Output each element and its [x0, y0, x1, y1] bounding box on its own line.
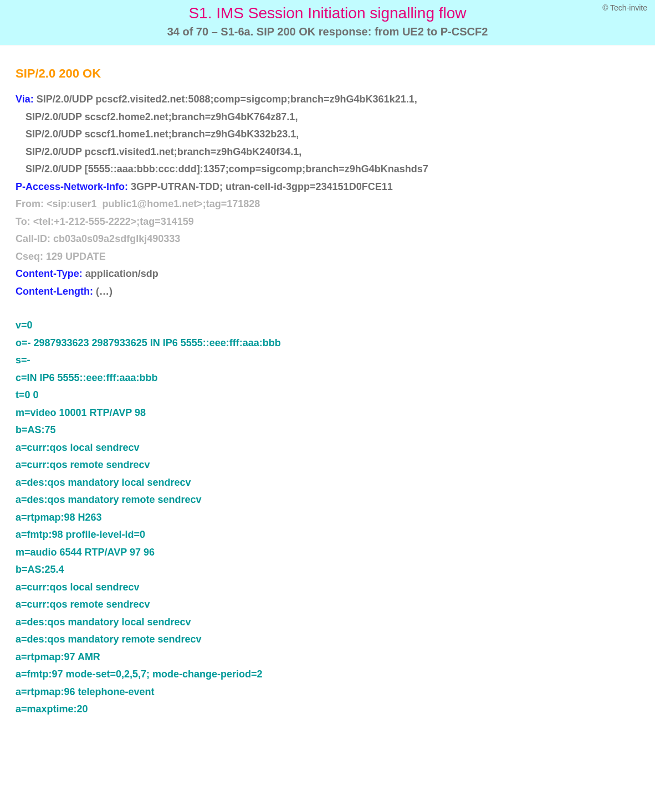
- sip-header-value: SIP/2.0/UDP pcscf1.visited1.net;branch=z…: [25, 146, 301, 157]
- page-title: S1. IMS Session Initiation signalling fl…: [6, 3, 649, 22]
- sdp-line: m=video 10001 RTP/AVP 98: [16, 404, 655, 422]
- sip-header-value: SIP/2.0/UDP pcscf2.visited2.net:5088;com…: [37, 94, 417, 105]
- sip-header-value: application/sdp: [85, 268, 158, 279]
- sip-header-name: To: [16, 216, 27, 227]
- sdp-line: b=AS:25.4: [16, 561, 655, 579]
- sip-message-content: SIP/2.0 200 OK Via: SIP/2.0/UDP pcscf2.v…: [0, 45, 655, 735]
- sip-header-name: Content-Type: [16, 268, 79, 279]
- sip-header-via-cont: SIP/2.0/UDP scscf2.home2.net;branch=z9hG…: [16, 109, 655, 126]
- sip-header-name: Cseq: [16, 251, 40, 262]
- sip-header-name: Content-Length: [16, 286, 90, 297]
- sip-header-callid: Call-ID: cb03a0s09a2sdfglkj490333: [16, 230, 655, 248]
- sdp-line: a=rtpmap:97 AMR: [16, 649, 655, 666]
- sdp-line: m=audio 6544 RTP/AVP 97 96: [16, 544, 655, 562]
- sip-header-from: From: <sip:user1_public1@home1.net>;tag=…: [16, 196, 655, 213]
- sdp-line: a=curr:qos local sendrecv: [16, 439, 655, 457]
- sdp-line: b=AS:75: [16, 422, 655, 439]
- copyright-label: © Tech-invite: [602, 3, 647, 12]
- sdp-line: a=curr:qos remote sendrecv: [16, 456, 655, 474]
- page-subtitle: 34 of 70 – S1-6a. SIP 200 OK response: f…: [6, 25, 649, 38]
- sdp-body: v=0 o=- 2987933623 2987933625 IN IP6 555…: [16, 317, 655, 718]
- header: © Tech-invite S1. IMS Session Initiation…: [0, 0, 655, 45]
- sdp-line: v=0: [16, 317, 655, 335]
- sip-header-name: From: [16, 198, 40, 209]
- sip-header-value: (…): [96, 286, 112, 297]
- sip-header-via-cont: SIP/2.0/UDP scscf1.home1.net;branch=z9hG…: [16, 126, 655, 143]
- sip-header-via: Via: SIP/2.0/UDP pcscf2.visited2.net:508…: [16, 91, 655, 109]
- sip-header-name: P-Access-Network-Info: [16, 181, 125, 192]
- colon: :: [27, 216, 30, 227]
- sip-header-to: To: <tel:+1-212-555-2222>;tag=314159: [16, 213, 655, 231]
- colon: :: [30, 94, 34, 105]
- sdp-line: c=IN IP6 5555::eee:fff:aaa:bbb: [16, 369, 655, 387]
- sip-header-cseq: Cseq: 129 UPDATE: [16, 248, 655, 266]
- sip-header-value: 3GPP-UTRAN-TDD; utran-cell-id-3gpp=23415…: [131, 181, 393, 192]
- sip-header-value: 129 UPDATE: [46, 251, 106, 262]
- colon: :: [79, 268, 83, 279]
- sip-header-via-cont: SIP/2.0/UDP [5555::aaa:bbb:ccc:ddd]:1357…: [16, 161, 655, 178]
- sdp-line: a=des:qos mandatory remote sendrecv: [16, 631, 655, 649]
- sdp-line: a=maxptime:20: [16, 701, 655, 718]
- sip-header-pani: P-Access-Network-Info: 3GPP-UTRAN-TDD; u…: [16, 178, 655, 196]
- sip-header-value: SIP/2.0/UDP scscf2.home2.net;branch=z9hG…: [25, 111, 298, 122]
- colon: :: [40, 198, 44, 209]
- colon: :: [90, 286, 93, 297]
- sdp-line: a=fmtp:97 mode-set=0,2,5,7; mode-change-…: [16, 666, 655, 683]
- sdp-line: a=des:qos mandatory remote sendrecv: [16, 491, 655, 509]
- sdp-line: a=des:qos mandatory local sendrecv: [16, 474, 655, 492]
- sdp-line: t=0 0: [16, 387, 655, 404]
- sdp-line: s=-: [16, 352, 655, 369]
- colon: :: [125, 181, 128, 192]
- sip-header-value: <tel:+1-212-555-2222>;tag=314159: [33, 216, 194, 227]
- sdp-line: a=des:qos mandatory local sendrecv: [16, 614, 655, 631]
- sip-header-content-type: Content-Type: application/sdp: [16, 265, 655, 283]
- sip-header-content-length: Content-Length: (…): [16, 283, 655, 301]
- page: © Tech-invite S1. IMS Session Initiation…: [0, 0, 655, 735]
- sip-header-name: Via: [16, 94, 30, 105]
- sdp-line: a=fmtp:98 profile-level-id=0: [16, 526, 655, 544]
- sip-header-via-cont: SIP/2.0/UDP pcscf1.visited1.net;branch=z…: [16, 143, 655, 161]
- sdp-line: a=rtpmap:96 telephone-event: [16, 683, 655, 701]
- sdp-line: a=curr:qos local sendrecv: [16, 579, 655, 597]
- sip-header-value: SIP/2.0/UDP scscf1.home1.net;branch=z9hG…: [25, 129, 299, 140]
- sdp-line: a=curr:qos remote sendrecv: [16, 596, 655, 614]
- sip-header-value: SIP/2.0/UDP [5555::aaa:bbb:ccc:ddd]:1357…: [25, 163, 428, 174]
- colon: :: [40, 251, 43, 262]
- sip-header-value: cb03a0s09a2sdfglkj490333: [53, 233, 180, 244]
- sip-header-value: <sip:user1_public1@home1.net>;tag=171828: [47, 198, 260, 209]
- sdp-line: o=- 2987933623 2987933625 IN IP6 5555::e…: [16, 335, 655, 352]
- sip-status-line: SIP/2.0 200 OK: [16, 66, 655, 81]
- colon: :: [47, 233, 50, 244]
- sip-header-name: Call-ID: [16, 233, 47, 244]
- sdp-line: a=rtpmap:98 H263: [16, 509, 655, 527]
